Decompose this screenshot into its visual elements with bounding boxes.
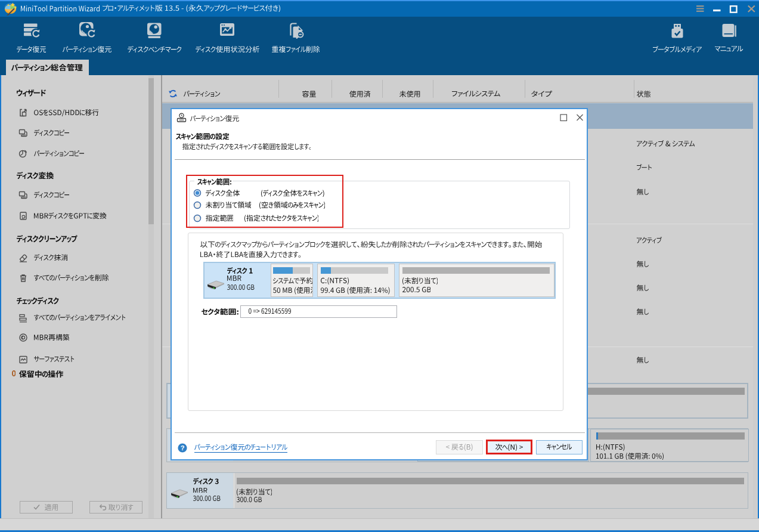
svg-text:?: ? [181, 444, 185, 451]
